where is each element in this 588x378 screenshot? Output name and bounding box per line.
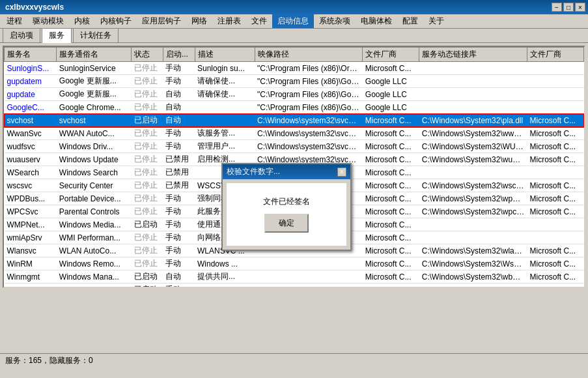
tab-bar: 启动项 服务 计划任务	[0, 29, 588, 43]
menu-misc[interactable]: 系统杂项	[314, 14, 356, 28]
verify-dialog: 校验文件数字... × 文件已经签名 确定	[221, 163, 352, 251]
menu-kernel-hook[interactable]: 内核钩子	[95, 14, 137, 28]
menu-process[interactable]: 进程	[1, 14, 27, 28]
tab-startup[interactable]: 启动项	[3, 28, 40, 42]
main-content: 服务名 服务通俗名 状态 启动... 描述 映像路径 文件厂商 服务动态链接库 …	[0, 46, 588, 366]
menu-file[interactable]: 文件	[246, 14, 272, 28]
dialog-overlay: 校验文件数字... × 文件已经签名 确定	[0, 46, 588, 366]
dialog-content: 文件已经签名 确定	[227, 183, 346, 246]
dialog-close-button[interactable]: ×	[337, 167, 346, 177]
menu-about[interactable]: 关于	[423, 14, 449, 28]
dialog-message: 文件已经签名	[263, 197, 310, 206]
menu-app-hook[interactable]: 应用层钩子	[137, 14, 186, 28]
tab-scheduled[interactable]: 计划任务	[73, 28, 119, 42]
title-bar: cxlbvxxvyscwls − □ ×	[0, 0, 588, 14]
dialog-ok-button[interactable]: 确定	[264, 214, 309, 233]
menu-bar: 进程 驱动模块 内核 内核钩子 应用层钩子 网络 注册表 文件 启动信息 系统杂…	[0, 14, 588, 29]
tab-service[interactable]: 服务	[42, 28, 72, 43]
title-bar-buttons: − □ ×	[552, 3, 585, 12]
menu-checkup[interactable]: 电脑体检	[356, 14, 397, 28]
dialog-title-text: 校验文件数字...	[227, 166, 280, 177]
menu-registry[interactable]: 注册表	[212, 14, 246, 28]
close-button[interactable]: ×	[575, 3, 585, 12]
minimize-button[interactable]: −	[552, 3, 562, 12]
menu-network[interactable]: 网络	[186, 14, 212, 28]
menu-driver[interactable]: 驱动模块	[27, 14, 69, 28]
menu-config[interactable]: 配置	[397, 14, 423, 28]
window-title: cxlbvxxvyscwls	[3, 3, 64, 12]
menu-startup[interactable]: 启动信息	[272, 14, 314, 28]
maximize-button[interactable]: □	[563, 3, 574, 12]
menu-kernel[interactable]: 内核	[69, 14, 95, 28]
dialog-title-bar: 校验文件数字... ×	[223, 164, 350, 179]
